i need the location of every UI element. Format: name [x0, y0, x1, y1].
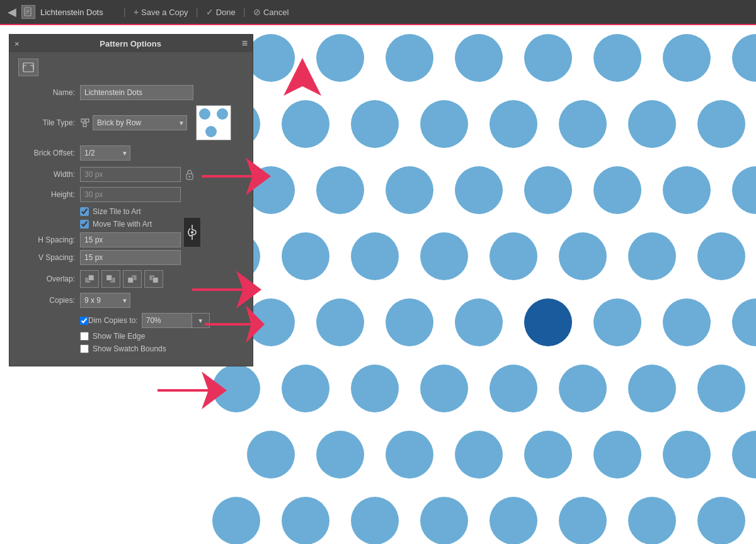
- done-prefix: ✓: [206, 7, 214, 17]
- save-copy-button[interactable]: + Save a Copy: [134, 7, 188, 17]
- pattern-dot[interactable]: [420, 365, 468, 412]
- pattern-dot[interactable]: [455, 431, 503, 479]
- pattern-dot[interactable]: [386, 431, 433, 479]
- pattern-dot[interactable]: [247, 166, 295, 214]
- name-input[interactable]: [80, 85, 193, 100]
- pattern-dot[interactable]: [697, 365, 745, 412]
- copies-select[interactable]: 9 x 9 3 x 3 5 x 5 7 x 7 11 x 11: [80, 293, 130, 308]
- pattern-dot[interactable]: [593, 431, 641, 479]
- pattern-dot[interactable]: [524, 298, 572, 346]
- height-input[interactable]: [80, 187, 181, 202]
- pattern-dot[interactable]: [628, 232, 676, 280]
- pattern-dot[interactable]: [455, 34, 503, 82]
- pattern-dot[interactable]: [732, 34, 756, 82]
- pattern-dot[interactable]: [351, 497, 399, 544]
- pattern-dot[interactable]: [316, 34, 364, 82]
- pattern-dot[interactable]: [455, 166, 503, 214]
- dim-copies-dropdown-button[interactable]: ▼: [192, 313, 210, 328]
- svg-rect-14: [106, 275, 112, 281]
- show-tile-edge-checkbox[interactable]: [80, 332, 89, 341]
- pattern-dot[interactable]: [282, 497, 329, 544]
- pattern-dot[interactable]: [490, 365, 537, 412]
- panel-menu-icon[interactable]: ≡: [242, 38, 248, 49]
- pattern-dot[interactable]: [351, 365, 399, 412]
- overlap-front-left-button[interactable]: [80, 270, 99, 288]
- pattern-dot[interactable]: [316, 298, 364, 346]
- v-spacing-input[interactable]: [80, 250, 181, 265]
- pattern-dot[interactable]: [316, 431, 364, 479]
- overlap-front-right-button[interactable]: [101, 270, 120, 288]
- pattern-dot[interactable]: [247, 34, 295, 82]
- pattern-dot[interactable]: [490, 100, 537, 148]
- save-copy-label: Save a Copy: [141, 8, 188, 17]
- svg-rect-16: [128, 277, 134, 283]
- pattern-dot[interactable]: [559, 497, 607, 544]
- pattern-dot[interactable]: [420, 497, 468, 544]
- show-swatch-bounds-row: Show Swatch Bounds: [18, 344, 244, 353]
- pattern-dot[interactable]: [455, 298, 503, 346]
- pattern-dot[interactable]: [732, 298, 756, 346]
- lock-icon[interactable]: [183, 168, 196, 181]
- pattern-dot[interactable]: [212, 497, 260, 544]
- pattern-dot[interactable]: [351, 232, 399, 280]
- pattern-dot[interactable]: [351, 100, 399, 148]
- pattern-dot[interactable]: [386, 166, 433, 214]
- pattern-dot[interactable]: [732, 431, 756, 479]
- pattern-dot[interactable]: [697, 100, 745, 148]
- size-tile-label: Size Tile to Art: [93, 207, 141, 216]
- pattern-dot[interactable]: [593, 34, 641, 82]
- done-button[interactable]: ✓ Done: [206, 7, 236, 17]
- pattern-dot[interactable]: [490, 232, 537, 280]
- pattern-dot[interactable]: [663, 166, 711, 214]
- fit-to-window-button[interactable]: [18, 59, 38, 76]
- pattern-dot[interactable]: [663, 34, 711, 82]
- pattern-dot[interactable]: [212, 365, 260, 412]
- h-spacing-input[interactable]: [80, 232, 181, 247]
- pattern-dot[interactable]: [628, 365, 676, 412]
- overlap-back-right-button[interactable]: [144, 270, 163, 288]
- pattern-dot[interactable]: [593, 298, 641, 346]
- pattern-dot[interactable]: [663, 431, 711, 479]
- pattern-dot[interactable]: [628, 100, 676, 148]
- pattern-dot[interactable]: [628, 497, 676, 544]
- overlap-back-left-button[interactable]: [123, 270, 142, 288]
- pattern-dot[interactable]: [386, 298, 433, 346]
- back-button[interactable]: ◀: [8, 5, 16, 19]
- pattern-dot[interactable]: [697, 232, 745, 280]
- pattern-dot[interactable]: [316, 166, 364, 214]
- pattern-dot[interactable]: [386, 34, 433, 82]
- link-spacing-button[interactable]: [183, 217, 201, 247]
- size-tile-checkbox[interactable]: [80, 207, 89, 216]
- dim-copies-input[interactable]: [142, 313, 192, 328]
- pattern-dot[interactable]: [732, 166, 756, 214]
- pattern-dot[interactable]: [420, 232, 468, 280]
- pattern-canvas[interactable]: [246, 25, 756, 544]
- tile-type-select[interactable]: Brick by Row Grid Brick by Column Hex by…: [93, 115, 187, 130]
- pattern-dot[interactable]: [559, 100, 607, 148]
- pattern-dot[interactable]: [490, 497, 537, 544]
- show-swatch-bounds-checkbox[interactable]: [80, 344, 89, 353]
- pattern-dot[interactable]: [663, 298, 711, 346]
- pattern-dot[interactable]: [559, 232, 607, 280]
- pattern-dot[interactable]: [282, 100, 329, 148]
- pattern-dot[interactable]: [247, 431, 295, 479]
- cancel-button[interactable]: ⊘ Cancel: [253, 7, 289, 17]
- pattern-dot[interactable]: [559, 365, 607, 412]
- pattern-dot[interactable]: [697, 497, 745, 544]
- pattern-dot[interactable]: [524, 34, 572, 82]
- width-input[interactable]: [80, 167, 181, 182]
- dim-copies-checkbox[interactable]: [80, 317, 88, 325]
- close-button[interactable]: ×: [14, 39, 20, 48]
- move-tile-checkbox[interactable]: [80, 220, 89, 229]
- pattern-dot[interactable]: [282, 365, 329, 412]
- pattern-dot[interactable]: [247, 298, 295, 346]
- pattern-dot[interactable]: [593, 166, 641, 214]
- tile-type-label: Tile Type:: [18, 118, 75, 127]
- pattern-dot[interactable]: [282, 232, 329, 280]
- pattern-dot[interactable]: [420, 100, 468, 148]
- brick-offset-select[interactable]: 1/2 1/3 1/4 1/5: [80, 145, 130, 161]
- dim-copies-label: Dim Copies to:: [88, 316, 138, 325]
- pattern-dot[interactable]: [524, 166, 572, 214]
- v-spacing-label: V Spacing:: [18, 253, 75, 262]
- pattern-dot[interactable]: [524, 431, 572, 479]
